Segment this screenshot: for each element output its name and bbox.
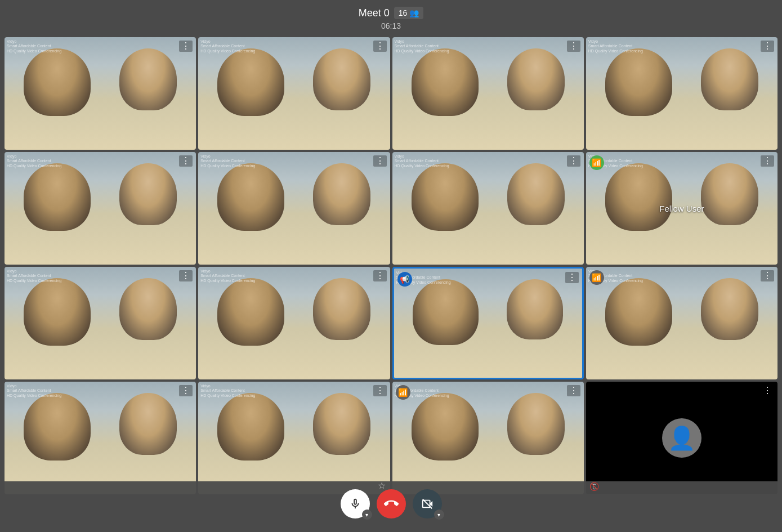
video-grid: VidyoSmart Affordable ContentHD Quality … — [0, 35, 782, 497]
vidyo-watermark-14: VidyoSmart Affordable ContentHD Quality … — [200, 384, 255, 398]
header: Meet 0 16 👥 06:13 — [0, 0, 782, 35]
vidyo-watermark-10: VidyoSmart Affordable ContentHD Quality … — [200, 269, 255, 283]
signal-badge-15: 📶 — [396, 385, 410, 400]
video-tile-12[interactable]: VidyoSmart Affordable ContentHD Quality … — [586, 267, 777, 379]
video-tile-4[interactable]: VidyoSmart Affordable ContentHD Quality … — [586, 37, 777, 150]
vidyo-watermark-4: VidyoSmart Affordable ContentHD Quality … — [588, 39, 643, 53]
participants-icon: 👥 — [409, 8, 419, 17]
tile-menu-btn-6[interactable]: ⋮ — [373, 155, 387, 167]
video-tile-7[interactable]: VidyoSmart Affordable ContentHD Quality … — [392, 152, 584, 265]
participant-count-badge: 16 👥 — [394, 7, 424, 19]
tile-menu-btn-7[interactable]: ⋮ — [567, 155, 580, 167]
tile-menu-btn-1[interactable]: ⋮ — [179, 41, 193, 52]
tile-menu-btn-14[interactable]: ⋮ — [373, 385, 387, 396]
vidyo-watermark-1: VidyoSmart Affordable ContentHD Quality … — [7, 39, 61, 53]
avatar-circle-16: 👤 — [662, 418, 701, 458]
tile-menu-btn-5[interactable]: ⋮ — [179, 155, 193, 167]
hangup-group — [373, 489, 409, 518]
tile-menu-btn-10[interactable]: ⋮ — [373, 270, 387, 281]
signal-badge-12: 📶 — [589, 270, 604, 285]
video-tile-13[interactable]: VidyoSmart Affordable ContentHD Quality … — [5, 382, 196, 494]
camera-group: ▾ — [409, 489, 445, 518]
tile-menu-btn-11[interactable]: ⋮ — [565, 272, 579, 283]
vidyo-watermark-2: VidyoSmart Affordable ContentHD Quality … — [200, 39, 255, 53]
video-tile-8[interactable]: VidyoSmart Affordable ContentHD Quality … — [586, 152, 777, 265]
vidyo-watermark-9: VidyoSmart Affordable ContentHD Quality … — [7, 269, 61, 283]
camera-dropdown-arrow[interactable]: ▾ — [434, 509, 444, 520]
bottom-control-bar: ▾ ▾ — [0, 481, 782, 532]
tile-menu-btn-3[interactable]: ⋮ — [567, 41, 580, 52]
fellow-user-label: Fellow User — [659, 204, 704, 213]
vidyo-watermark-13: VidyoSmart Affordable ContentHD Quality … — [7, 384, 61, 398]
signal-badge-11: 📢 — [397, 272, 412, 287]
vidyo-watermark-3: VidyoSmart Affordable ContentHD Quality … — [395, 39, 449, 53]
video-tile-15[interactable]: VidyoSmart Affordable ContentHD Quality … — [392, 382, 584, 494]
hangup-button[interactable] — [377, 489, 406, 518]
mic-group: ▾ — [337, 489, 373, 518]
tile-menu-btn-8[interactable]: ⋮ — [761, 155, 774, 167]
mic-dropdown-arrow[interactable]: ▾ — [362, 509, 372, 520]
video-tile-2[interactable]: VidyoSmart Affordable ContentHD Quality … — [198, 37, 390, 150]
video-tile-9[interactable]: VidyoSmart Affordable ContentHD Quality … — [5, 267, 196, 379]
camera-off-icon: 📵 — [589, 482, 599, 491]
participant-count: 16 — [399, 8, 408, 17]
tile-menu-btn-13[interactable]: ⋮ — [179, 385, 193, 396]
tile-menu-btn-16[interactable]: ⋮ — [761, 385, 774, 396]
video-tile-10[interactable]: VidyoSmart Affordable ContentHD Quality … — [198, 267, 390, 379]
user-avatar-icon: 👤 — [668, 425, 696, 451]
video-tile-16[interactable]: 👤 ⋮ 📵 — [586, 382, 777, 494]
video-tile-11[interactable]: VidyoSmart Affordable ContentHD Quality … — [392, 267, 584, 379]
tile-menu-btn-12[interactable]: ⋮ — [761, 270, 774, 281]
video-tile-5[interactable]: VidyoSmart Affordable ContentHD Quality … — [5, 152, 196, 265]
vidyo-watermark-7: VidyoSmart Affordable ContentHD Quality … — [395, 154, 449, 168]
signal-badge-8: 📶 — [589, 155, 604, 170]
star-btn-14[interactable]: ☆ — [378, 480, 386, 491]
tile-menu-btn-15[interactable]: ⋮ — [567, 385, 580, 396]
video-tile-1[interactable]: VidyoSmart Affordable ContentHD Quality … — [5, 37, 196, 150]
vidyo-watermark-5: VidyoSmart Affordable ContentHD Quality … — [7, 154, 61, 168]
meeting-timer: 06:13 — [381, 21, 401, 30]
vidyo-watermark-6: VidyoSmart Affordable ContentHD Quality … — [200, 154, 255, 168]
meeting-title: Meet 0 — [359, 7, 390, 19]
tile-menu-btn-9[interactable]: ⋮ — [179, 270, 193, 281]
video-tile-14[interactable]: VidyoSmart Affordable ContentHD Quality … — [198, 382, 390, 494]
tile-menu-btn-4[interactable]: ⋮ — [761, 41, 774, 52]
video-tile-6[interactable]: VidyoSmart Affordable ContentHD Quality … — [198, 152, 390, 265]
tile-menu-btn-2[interactable]: ⋮ — [373, 41, 387, 52]
video-tile-3[interactable]: VidyoSmart Affordable ContentHD Quality … — [392, 37, 584, 150]
